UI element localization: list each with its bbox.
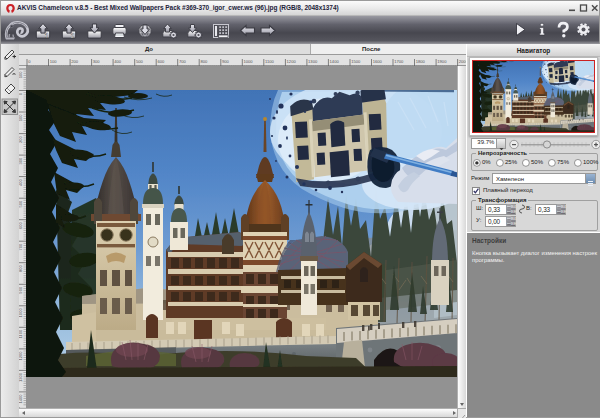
svg-text:1: 1 bbox=[45, 32, 49, 39]
svg-text:900: 900 bbox=[222, 59, 230, 64]
svg-text:2: 2 bbox=[71, 32, 75, 39]
svg-text:800: 800 bbox=[200, 59, 208, 64]
svg-text:0: 0 bbox=[28, 59, 31, 64]
svg-text:1500: 1500 bbox=[351, 59, 361, 64]
svg-text:100: 100 bbox=[50, 59, 58, 64]
svg-text:300: 300 bbox=[93, 59, 101, 64]
svg-text:2000: 2000 bbox=[459, 59, 466, 64]
svg-text:500: 500 bbox=[19, 200, 23, 208]
svg-text:1100: 1100 bbox=[265, 59, 275, 64]
svg-text:1000: 1000 bbox=[244, 59, 254, 64]
svg-text:600: 600 bbox=[19, 221, 23, 229]
svg-text:300: 300 bbox=[19, 157, 23, 165]
svg-text:1300: 1300 bbox=[308, 59, 318, 64]
svg-text:500: 500 bbox=[136, 59, 144, 64]
svg-text:700: 700 bbox=[179, 59, 187, 64]
svg-text:1400: 1400 bbox=[330, 59, 340, 64]
svg-text:900: 900 bbox=[19, 286, 23, 294]
svg-text:1900: 1900 bbox=[437, 59, 447, 64]
svg-text:0: 0 bbox=[19, 92, 23, 95]
svg-text:400: 400 bbox=[19, 178, 23, 186]
svg-text:100: 100 bbox=[19, 114, 23, 122]
svg-text:1800: 1800 bbox=[416, 59, 426, 64]
svg-text:1000: 1000 bbox=[19, 308, 23, 318]
svg-text:1300: 1300 bbox=[19, 372, 23, 382]
svg-text:1100: 1100 bbox=[19, 329, 23, 339]
svg-text:1600: 1600 bbox=[373, 59, 383, 64]
svg-text:400: 400 bbox=[114, 59, 122, 64]
svg-text:1700: 1700 bbox=[394, 59, 404, 64]
svg-text:200: 200 bbox=[71, 59, 79, 64]
svg-text:1200: 1200 bbox=[19, 351, 23, 361]
svg-text:200: 200 bbox=[19, 135, 23, 143]
svg-text:1400: 1400 bbox=[19, 394, 23, 404]
svg-text:1200: 1200 bbox=[287, 59, 297, 64]
svg-text:700: 700 bbox=[19, 243, 23, 251]
svg-text:600: 600 bbox=[157, 59, 165, 64]
svg-text:100: 100 bbox=[19, 71, 23, 79]
svg-text:800: 800 bbox=[19, 264, 23, 272]
